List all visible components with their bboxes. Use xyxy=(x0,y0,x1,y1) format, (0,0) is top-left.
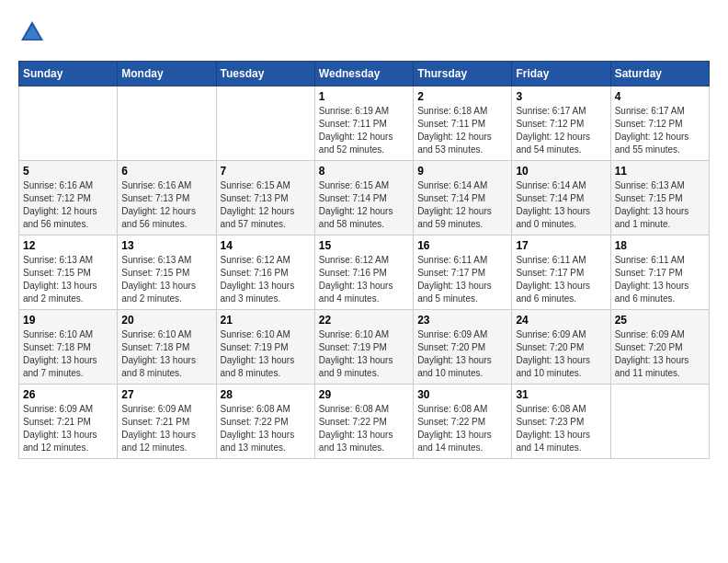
day-info: Sunrise: 6:10 AMSunset: 7:19 PMDaylight:… xyxy=(221,328,311,380)
calendar-cell: 29 Sunrise: 6:08 AMSunset: 7:22 PMDaylig… xyxy=(314,385,413,459)
calendar-cell: 13 Sunrise: 6:13 AMSunset: 7:15 PMDaylig… xyxy=(118,236,216,310)
day-number: 23 xyxy=(417,314,507,327)
day-info: Sunrise: 6:09 AMSunset: 7:21 PMDaylight:… xyxy=(121,403,211,454)
day-number: 26 xyxy=(23,388,113,401)
day-info: Sunrise: 6:09 AMSunset: 7:20 PMDaylight:… xyxy=(615,328,705,380)
day-number: 29 xyxy=(319,388,409,401)
day-info: Sunrise: 6:10 AMSunset: 7:19 PMDaylight:… xyxy=(319,328,409,380)
weekday-header: Friday xyxy=(512,62,610,86)
day-info: Sunrise: 6:18 AMSunset: 7:11 PMDaylight:… xyxy=(417,105,507,156)
day-number: 19 xyxy=(23,314,113,327)
logo-icon xyxy=(18,18,46,46)
day-info: Sunrise: 6:12 AMSunset: 7:16 PMDaylight:… xyxy=(319,254,409,305)
calendar-cell: 23 Sunrise: 6:09 AMSunset: 7:20 PMDaylig… xyxy=(414,310,512,385)
calendar-cell: 11 Sunrise: 6:13 AMSunset: 7:15 PMDaylig… xyxy=(610,161,709,236)
calendar-cell: 16 Sunrise: 6:11 AMSunset: 7:17 PMDaylig… xyxy=(414,236,512,310)
calendar-cell: 7 Sunrise: 6:15 AMSunset: 7:13 PMDayligh… xyxy=(216,161,314,236)
day-info: Sunrise: 6:12 AMSunset: 7:16 PMDaylight:… xyxy=(221,254,311,305)
day-number: 6 xyxy=(121,165,211,178)
day-number: 25 xyxy=(615,314,705,327)
calendar-cell: 2 Sunrise: 6:18 AMSunset: 7:11 PMDayligh… xyxy=(414,86,512,161)
calendar-cell xyxy=(118,86,216,161)
calendar-cell: 18 Sunrise: 6:11 AMSunset: 7:17 PMDaylig… xyxy=(610,236,709,310)
calendar-cell: 10 Sunrise: 6:14 AMSunset: 7:14 PMDaylig… xyxy=(512,161,610,236)
day-number: 16 xyxy=(417,239,507,252)
day-info: Sunrise: 6:16 AMSunset: 7:13 PMDaylight:… xyxy=(121,179,211,231)
calendar-cell: 21 Sunrise: 6:10 AMSunset: 7:19 PMDaylig… xyxy=(216,310,314,385)
day-number: 22 xyxy=(319,314,409,327)
day-info: Sunrise: 6:10 AMSunset: 7:18 PMDaylight:… xyxy=(121,328,211,380)
day-info: Sunrise: 6:16 AMSunset: 7:12 PMDaylight:… xyxy=(23,179,113,231)
weekday-header: Saturday xyxy=(610,62,709,86)
day-number: 1 xyxy=(319,90,409,103)
day-info: Sunrise: 6:08 AMSunset: 7:22 PMDaylight:… xyxy=(319,403,409,454)
calendar-cell: 27 Sunrise: 6:09 AMSunset: 7:21 PMDaylig… xyxy=(118,385,216,459)
calendar-cell: 9 Sunrise: 6:14 AMSunset: 7:14 PMDayligh… xyxy=(414,161,512,236)
weekday-header: Monday xyxy=(118,62,216,86)
day-number: 13 xyxy=(121,239,211,252)
weekday-header-row: SundayMondayTuesdayWednesdayThursdayFrid… xyxy=(19,62,710,86)
calendar-week-row: 5 Sunrise: 6:16 AMSunset: 7:12 PMDayligh… xyxy=(19,161,710,236)
day-number: 20 xyxy=(121,314,211,327)
day-info: Sunrise: 6:19 AMSunset: 7:11 PMDaylight:… xyxy=(319,105,409,156)
day-info: Sunrise: 6:13 AMSunset: 7:15 PMDaylight:… xyxy=(23,254,113,305)
calendar-cell: 8 Sunrise: 6:15 AMSunset: 7:14 PMDayligh… xyxy=(314,161,413,236)
day-number: 27 xyxy=(121,388,211,401)
day-number: 17 xyxy=(516,239,606,252)
day-info: Sunrise: 6:11 AMSunset: 7:17 PMDaylight:… xyxy=(615,254,705,305)
calendar-cell: 15 Sunrise: 6:12 AMSunset: 7:16 PMDaylig… xyxy=(314,236,413,310)
calendar-cell: 19 Sunrise: 6:10 AMSunset: 7:18 PMDaylig… xyxy=(19,310,118,385)
calendar-cell: 31 Sunrise: 6:08 AMSunset: 7:23 PMDaylig… xyxy=(512,385,610,459)
calendar-week-row: 12 Sunrise: 6:13 AMSunset: 7:15 PMDaylig… xyxy=(19,236,710,310)
day-info: Sunrise: 6:15 AMSunset: 7:14 PMDaylight:… xyxy=(319,179,409,231)
calendar-cell: 1 Sunrise: 6:19 AMSunset: 7:11 PMDayligh… xyxy=(314,86,413,161)
calendar-cell: 17 Sunrise: 6:11 AMSunset: 7:17 PMDaylig… xyxy=(512,236,610,310)
day-number: 18 xyxy=(615,239,705,252)
calendar-table: SundayMondayTuesdayWednesdayThursdayFrid… xyxy=(18,61,710,459)
day-number: 5 xyxy=(23,165,113,178)
day-number: 31 xyxy=(516,388,606,401)
day-number: 7 xyxy=(221,165,311,178)
day-number: 3 xyxy=(516,90,606,103)
calendar-cell: 25 Sunrise: 6:09 AMSunset: 7:20 PMDaylig… xyxy=(610,310,709,385)
day-info: Sunrise: 6:09 AMSunset: 7:21 PMDaylight:… xyxy=(23,403,113,454)
calendar-week-row: 26 Sunrise: 6:09 AMSunset: 7:21 PMDaylig… xyxy=(19,385,710,459)
day-number: 15 xyxy=(319,239,409,252)
calendar-cell: 4 Sunrise: 6:17 AMSunset: 7:12 PMDayligh… xyxy=(610,86,709,161)
day-info: Sunrise: 6:08 AMSunset: 7:22 PMDaylight:… xyxy=(221,403,311,454)
weekday-header: Wednesday xyxy=(314,62,413,86)
day-info: Sunrise: 6:13 AMSunset: 7:15 PMDaylight:… xyxy=(615,179,705,231)
calendar-cell xyxy=(216,86,314,161)
calendar-cell: 14 Sunrise: 6:12 AMSunset: 7:16 PMDaylig… xyxy=(216,236,314,310)
calendar-cell: 22 Sunrise: 6:10 AMSunset: 7:19 PMDaylig… xyxy=(314,310,413,385)
weekday-header: Sunday xyxy=(19,62,118,86)
day-info: Sunrise: 6:08 AMSunset: 7:22 PMDaylight:… xyxy=(417,403,507,454)
day-info: Sunrise: 6:17 AMSunset: 7:12 PMDaylight:… xyxy=(516,105,606,156)
day-info: Sunrise: 6:11 AMSunset: 7:17 PMDaylight:… xyxy=(417,254,507,305)
logo xyxy=(18,18,50,46)
day-number: 30 xyxy=(417,388,507,401)
calendar-cell: 5 Sunrise: 6:16 AMSunset: 7:12 PMDayligh… xyxy=(19,161,118,236)
day-info: Sunrise: 6:08 AMSunset: 7:23 PMDaylight:… xyxy=(516,403,606,454)
calendar-week-row: 1 Sunrise: 6:19 AMSunset: 7:11 PMDayligh… xyxy=(19,86,710,161)
calendar-week-row: 19 Sunrise: 6:10 AMSunset: 7:18 PMDaylig… xyxy=(19,310,710,385)
day-number: 14 xyxy=(221,239,311,252)
day-info: Sunrise: 6:17 AMSunset: 7:12 PMDaylight:… xyxy=(615,105,705,156)
day-number: 2 xyxy=(417,90,507,103)
day-number: 24 xyxy=(516,314,606,327)
day-number: 21 xyxy=(221,314,311,327)
day-number: 28 xyxy=(221,388,311,401)
day-info: Sunrise: 6:13 AMSunset: 7:15 PMDaylight:… xyxy=(121,254,211,305)
calendar-cell: 3 Sunrise: 6:17 AMSunset: 7:12 PMDayligh… xyxy=(512,86,610,161)
calendar-cell xyxy=(610,385,709,459)
day-number: 9 xyxy=(417,165,507,178)
calendar-cell: 28 Sunrise: 6:08 AMSunset: 7:22 PMDaylig… xyxy=(216,385,314,459)
day-number: 12 xyxy=(23,239,113,252)
day-info: Sunrise: 6:14 AMSunset: 7:14 PMDaylight:… xyxy=(516,179,606,231)
day-info: Sunrise: 6:14 AMSunset: 7:14 PMDaylight:… xyxy=(417,179,507,231)
weekday-header: Tuesday xyxy=(216,62,314,86)
calendar-cell xyxy=(19,86,118,161)
day-info: Sunrise: 6:15 AMSunset: 7:13 PMDaylight:… xyxy=(221,179,311,231)
day-number: 4 xyxy=(615,90,705,103)
calendar-cell: 30 Sunrise: 6:08 AMSunset: 7:22 PMDaylig… xyxy=(414,385,512,459)
